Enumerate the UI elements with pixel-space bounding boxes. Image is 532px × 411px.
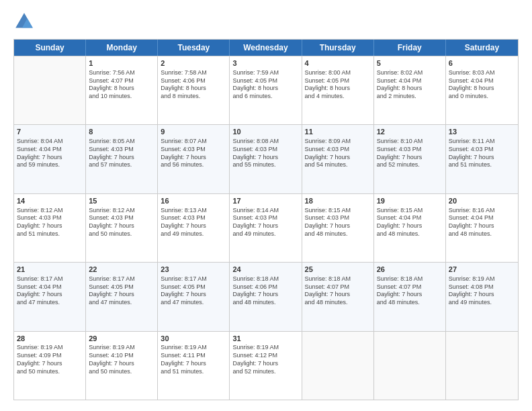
day-cell-6: 6Sunrise: 8:03 AM Sunset: 4:04 PM Daylig… <box>446 56 518 124</box>
day-info: Sunrise: 8:03 AM Sunset: 4:04 PM Dayligh… <box>449 69 515 101</box>
day-cell-22: 22Sunrise: 8:17 AM Sunset: 4:05 PM Dayli… <box>86 263 158 330</box>
day-info: Sunrise: 8:19 AM Sunset: 4:10 PM Dayligh… <box>89 344 154 375</box>
day-cell-20: 20Sunrise: 8:16 AM Sunset: 4:04 PM Dayli… <box>446 194 518 262</box>
weekday-header-saturday: Saturday <box>446 40 518 56</box>
day-cell-4: 4Sunrise: 8:00 AM Sunset: 4:05 PM Daylig… <box>302 56 374 124</box>
day-info: Sunrise: 8:08 AM Sunset: 4:03 PM Dayligh… <box>232 138 298 169</box>
day-info: Sunrise: 8:10 AM Sunset: 4:03 PM Dayligh… <box>377 138 443 169</box>
weekday-header-monday: Monday <box>86 40 158 56</box>
day-number: 26 <box>377 265 443 275</box>
day-cell-28: 28Sunrise: 8:19 AM Sunset: 4:09 PM Dayli… <box>14 332 86 400</box>
calendar-body: 1Sunrise: 7:56 AM Sunset: 4:07 PM Daylig… <box>14 56 518 400</box>
day-cell-12: 12Sunrise: 8:10 AM Sunset: 4:03 PM Dayli… <box>374 125 446 193</box>
day-number: 21 <box>17 265 83 275</box>
day-info: Sunrise: 8:19 AM Sunset: 4:08 PM Dayligh… <box>449 275 515 307</box>
weekday-header-thursday: Thursday <box>302 40 374 56</box>
day-number: 8 <box>89 127 154 137</box>
day-cell-18: 18Sunrise: 8:15 AM Sunset: 4:03 PM Dayli… <box>302 194 374 262</box>
day-number: 16 <box>161 196 226 206</box>
header <box>13 11 519 32</box>
day-info: Sunrise: 8:17 AM Sunset: 4:05 PM Dayligh… <box>161 275 226 307</box>
day-info: Sunrise: 8:17 AM Sunset: 4:04 PM Dayligh… <box>17 275 83 307</box>
day-cell-21: 21Sunrise: 8:17 AM Sunset: 4:04 PM Dayli… <box>14 263 86 330</box>
day-number: 25 <box>305 265 371 275</box>
calendar-row-2: 7Sunrise: 8:04 AM Sunset: 4:04 PM Daylig… <box>14 124 518 193</box>
day-number: 10 <box>232 127 298 137</box>
day-cell-31: 31Sunrise: 8:19 AM Sunset: 4:12 PM Dayli… <box>230 332 302 400</box>
day-number: 19 <box>377 196 443 206</box>
calendar-row-1: 1Sunrise: 7:56 AM Sunset: 4:07 PM Daylig… <box>14 56 518 124</box>
day-number: 1 <box>89 58 154 68</box>
day-info: Sunrise: 8:18 AM Sunset: 4:06 PM Dayligh… <box>232 275 298 307</box>
day-cell-8: 8Sunrise: 8:05 AM Sunset: 4:03 PM Daylig… <box>86 125 158 193</box>
empty-cell-r0c0 <box>14 56 86 124</box>
day-cell-17: 17Sunrise: 8:14 AM Sunset: 4:03 PM Dayli… <box>230 194 302 262</box>
empty-cell-r4c6 <box>446 332 518 400</box>
day-info: Sunrise: 7:59 AM Sunset: 4:05 PM Dayligh… <box>232 69 298 101</box>
day-cell-29: 29Sunrise: 8:19 AM Sunset: 4:10 PM Dayli… <box>86 332 158 400</box>
day-number: 18 <box>305 196 371 206</box>
day-number: 12 <box>377 127 443 137</box>
day-number: 29 <box>89 334 154 344</box>
day-info: Sunrise: 8:00 AM Sunset: 4:05 PM Dayligh… <box>305 69 371 101</box>
day-number: 6 <box>449 58 515 68</box>
day-info: Sunrise: 8:16 AM Sunset: 4:04 PM Dayligh… <box>449 207 515 238</box>
day-number: 3 <box>232 58 298 68</box>
logo-icon <box>13 11 35 32</box>
day-info: Sunrise: 7:56 AM Sunset: 4:07 PM Dayligh… <box>89 69 154 101</box>
calendar-header: SundayMondayTuesdayWednesdayThursdayFrid… <box>14 40 518 56</box>
day-cell-19: 19Sunrise: 8:15 AM Sunset: 4:04 PM Dayli… <box>374 194 446 262</box>
day-number: 31 <box>232 334 298 344</box>
logo <box>13 11 38 32</box>
day-number: 30 <box>161 334 226 344</box>
day-number: 28 <box>17 334 83 344</box>
calendar-row-4: 21Sunrise: 8:17 AM Sunset: 4:04 PM Dayli… <box>14 262 518 330</box>
calendar: SundayMondayTuesdayWednesdayThursdayFrid… <box>13 39 519 400</box>
day-cell-5: 5Sunrise: 8:02 AM Sunset: 4:04 PM Daylig… <box>374 56 446 124</box>
day-cell-2: 2Sunrise: 7:58 AM Sunset: 4:06 PM Daylig… <box>158 56 230 124</box>
day-number: 14 <box>17 196 83 206</box>
empty-cell-r4c4 <box>302 332 374 400</box>
weekday-header-friday: Friday <box>374 40 446 56</box>
day-info: Sunrise: 8:12 AM Sunset: 4:03 PM Dayligh… <box>17 207 83 238</box>
day-info: Sunrise: 7:58 AM Sunset: 4:06 PM Dayligh… <box>161 69 226 101</box>
day-cell-3: 3Sunrise: 7:59 AM Sunset: 4:05 PM Daylig… <box>230 56 302 124</box>
day-cell-9: 9Sunrise: 8:07 AM Sunset: 4:03 PM Daylig… <box>158 125 230 193</box>
day-number: 15 <box>89 196 154 206</box>
day-info: Sunrise: 8:12 AM Sunset: 4:03 PM Dayligh… <box>89 207 154 238</box>
day-cell-10: 10Sunrise: 8:08 AM Sunset: 4:03 PM Dayli… <box>230 125 302 193</box>
day-info: Sunrise: 8:18 AM Sunset: 4:07 PM Dayligh… <box>305 275 371 307</box>
day-info: Sunrise: 8:09 AM Sunset: 4:03 PM Dayligh… <box>305 138 371 169</box>
day-info: Sunrise: 8:19 AM Sunset: 4:09 PM Dayligh… <box>17 344 83 375</box>
day-number: 20 <box>449 196 515 206</box>
day-cell-15: 15Sunrise: 8:12 AM Sunset: 4:03 PM Dayli… <box>86 194 158 262</box>
day-info: Sunrise: 8:19 AM Sunset: 4:12 PM Dayligh… <box>232 344 298 375</box>
day-number: 27 <box>449 265 515 275</box>
day-number: 4 <box>305 58 371 68</box>
day-number: 11 <box>305 127 371 137</box>
day-number: 22 <box>89 265 154 275</box>
empty-cell-r4c5 <box>374 332 446 400</box>
day-cell-24: 24Sunrise: 8:18 AM Sunset: 4:06 PM Dayli… <box>230 263 302 330</box>
day-info: Sunrise: 8:14 AM Sunset: 4:03 PM Dayligh… <box>232 207 298 238</box>
day-info: Sunrise: 8:07 AM Sunset: 4:03 PM Dayligh… <box>161 138 226 169</box>
day-info: Sunrise: 8:11 AM Sunset: 4:03 PM Dayligh… <box>449 138 515 169</box>
day-number: 23 <box>161 265 226 275</box>
day-cell-14: 14Sunrise: 8:12 AM Sunset: 4:03 PM Dayli… <box>14 194 86 262</box>
day-info: Sunrise: 8:02 AM Sunset: 4:04 PM Dayligh… <box>377 69 443 101</box>
day-info: Sunrise: 8:18 AM Sunset: 4:07 PM Dayligh… <box>377 275 443 307</box>
day-cell-13: 13Sunrise: 8:11 AM Sunset: 4:03 PM Dayli… <box>446 125 518 193</box>
day-cell-7: 7Sunrise: 8:04 AM Sunset: 4:04 PM Daylig… <box>14 125 86 193</box>
weekday-header-wednesday: Wednesday <box>230 40 302 56</box>
day-number: 7 <box>17 127 83 137</box>
day-info: Sunrise: 8:19 AM Sunset: 4:11 PM Dayligh… <box>161 344 226 375</box>
day-cell-1: 1Sunrise: 7:56 AM Sunset: 4:07 PM Daylig… <box>86 56 158 124</box>
day-cell-25: 25Sunrise: 8:18 AM Sunset: 4:07 PM Dayli… <box>302 263 374 330</box>
day-number: 17 <box>232 196 298 206</box>
weekday-header-sunday: Sunday <box>14 40 86 56</box>
day-cell-27: 27Sunrise: 8:19 AM Sunset: 4:08 PM Dayli… <box>446 263 518 330</box>
day-info: Sunrise: 8:15 AM Sunset: 4:04 PM Dayligh… <box>377 207 443 238</box>
day-info: Sunrise: 8:04 AM Sunset: 4:04 PM Dayligh… <box>17 138 83 169</box>
day-cell-16: 16Sunrise: 8:13 AM Sunset: 4:03 PM Dayli… <box>158 194 230 262</box>
day-number: 24 <box>232 265 298 275</box>
